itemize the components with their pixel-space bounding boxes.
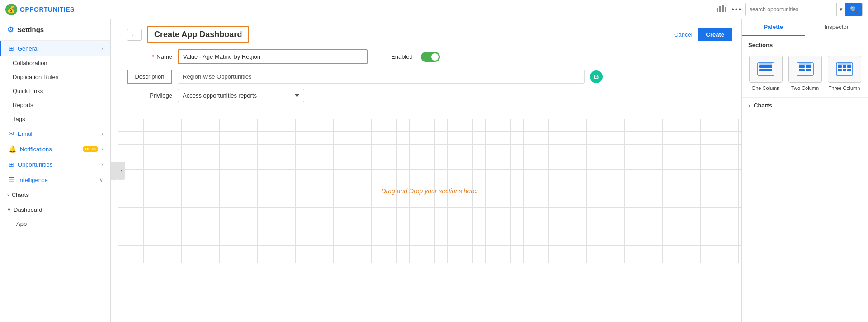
privilege-row: Privilege Access opportunities reports [127,89,732,102]
name-row: * Name Enabled [127,49,732,64]
chevron-right-icon-opportunities: › [101,162,103,167]
name-input[interactable] [179,50,367,63]
back-button[interactable]: ← [127,29,142,41]
one-column-label: One Column [752,85,780,91]
description-input[interactable] [178,70,585,84]
sidebar-section-dashboard[interactable]: ∨ Dashboard [0,202,110,217]
svg-rect-18 [838,69,842,71]
sidebar-item-notifications[interactable]: 🔔 Notifications BETA › [0,141,110,157]
sidebar-item-collaboration[interactable]: Collaboration [0,56,110,70]
section-card-one-column[interactable]: One Column [749,56,783,91]
search-input[interactable] [746,3,836,16]
privilege-select[interactable]: Access opportunities reports [178,89,304,102]
description-row: Description G [127,70,732,84]
two-column-label: Two Column [791,85,819,91]
create-button[interactable]: Create [698,28,732,41]
svg-rect-5 [760,65,772,68]
search-go-button[interactable]: 🔍 [845,3,862,16]
drop-hint: Drag and Drop your sections here. [382,187,478,195]
beta-badge: BETA [83,146,98,152]
palette-tabs: Palette Inspector [742,19,868,36]
sidebar-item-label-email: Email [18,131,98,137]
svg-rect-0 [717,8,718,12]
svg-rect-19 [843,69,846,71]
svg-rect-11 [799,69,805,71]
sidebar-item-duplication-rules[interactable]: Duplication Rules [0,70,110,84]
tab-inspector[interactable]: Inspector [805,19,868,36]
sidebar-item-label-general: General [18,45,98,52]
chart-icon-button[interactable] [714,2,728,16]
charts-toggle-arrow: › [7,192,9,198]
chevron-right-icon: › [101,46,103,51]
logo-icon: 💰 [5,4,17,15]
sections-title: Sections [742,36,868,52]
settings-gear-icon: ⚙ [7,25,14,34]
svg-rect-1 [719,6,721,12]
svg-rect-3 [725,7,726,12]
tab-palette[interactable]: Palette [742,19,805,36]
enabled-toggle[interactable] [421,52,440,62]
name-label: * Name [127,53,172,60]
main-layout: ⚙ Settings ⊞ General › Collaboration Dup… [0,19,868,322]
svg-rect-2 [722,5,724,12]
one-column-icon-box [749,56,783,83]
sidebar-title: Settings [17,26,44,33]
privilege-label: Privilege [127,92,172,99]
canvas-grid[interactable]: Drag and Drop your sections here. [118,119,741,263]
cancel-button[interactable]: Cancel [674,31,692,38]
svg-rect-17 [847,65,851,68]
app-name: OPPORTUNITIES [20,6,75,13]
sidebar-item-reports[interactable]: Reports [0,98,110,112]
sidebar-item-intelligence[interactable]: ☰ Intelligence ∨ [0,172,110,187]
general-icon: ⊞ [9,45,14,52]
charts-row[interactable]: › Charts [742,97,868,113]
more-options-button[interactable]: ••• [731,5,742,14]
sidebar-collapse-handle[interactable] [111,162,118,180]
center-content: ← Create App Dashboard Cancel Create * N… [118,19,741,322]
enabled-label: Enabled [391,53,413,60]
grammarly-icon: G [590,70,603,83]
sections-grid: One Column Two Column [742,52,868,97]
sidebar-item-label-notifications: Notifications [20,146,78,153]
dashboard-toggle-arrow: ∨ [7,207,11,213]
required-star: * [152,53,154,60]
sidebar-item-quick-links[interactable]: Quick Links [0,84,110,98]
app-logo: 💰 OPPORTUNITIES [5,4,75,15]
svg-rect-10 [806,65,811,68]
form-top-bar: ← Create App Dashboard Cancel Create [127,26,732,43]
svg-rect-20 [847,69,851,71]
chevron-right-icon-notifications: › [101,146,103,152]
svg-rect-6 [760,69,772,71]
palette-panel: Palette Inspector Sections [741,19,868,322]
svg-rect-15 [838,65,842,68]
opportunities-icon: ⊞ [9,161,14,168]
sidebar-section-charts[interactable]: › Charts [0,187,110,202]
svg-rect-12 [806,69,811,71]
search-wrapper: ▾ 🔍 [745,3,863,16]
section-card-two-column[interactable]: Two Column [788,56,822,91]
chevron-right-icon-email: › [101,131,103,136]
section-card-three-column[interactable]: Three Column [828,56,861,91]
sidebar-item-label-intelligence: Intelligence [18,177,96,183]
sidebar-item-opportunities[interactable]: ⊞ Opportunities › [0,157,110,172]
form-panel: ← Create App Dashboard Cancel Create * N… [118,19,741,115]
svg-rect-21 [838,63,851,65]
collapse-toggle-button[interactable]: ‹ [118,162,125,180]
sidebar-item-general[interactable]: ⊞ General › [0,41,110,56]
svg-rect-7 [760,63,772,65]
dashboard-canvas: Drag and Drop your sections here. [118,119,741,263]
three-column-label: Three Column [829,85,860,91]
charts-row-label: Charts [754,102,772,109]
sidebar: ⚙ Settings ⊞ General › Collaboration Dup… [0,19,111,322]
dashboard-label: Dashboard [14,206,42,213]
sidebar-sub-item-app[interactable]: App [0,217,110,230]
two-column-icon-box [788,56,822,83]
sidebar-item-tags[interactable]: Tags [0,112,110,126]
email-icon: ✉ [9,130,14,137]
main-content-wrapper: ‹ ← Create App Dashboard Cancel Create *… [118,19,868,322]
notifications-icon: 🔔 [9,145,16,153]
sidebar-header: ⚙ Settings [0,19,110,41]
search-dropdown-button[interactable]: ▾ [836,3,845,16]
three-column-icon-box [828,56,861,83]
sidebar-item-email[interactable]: ✉ Email › [0,126,110,141]
